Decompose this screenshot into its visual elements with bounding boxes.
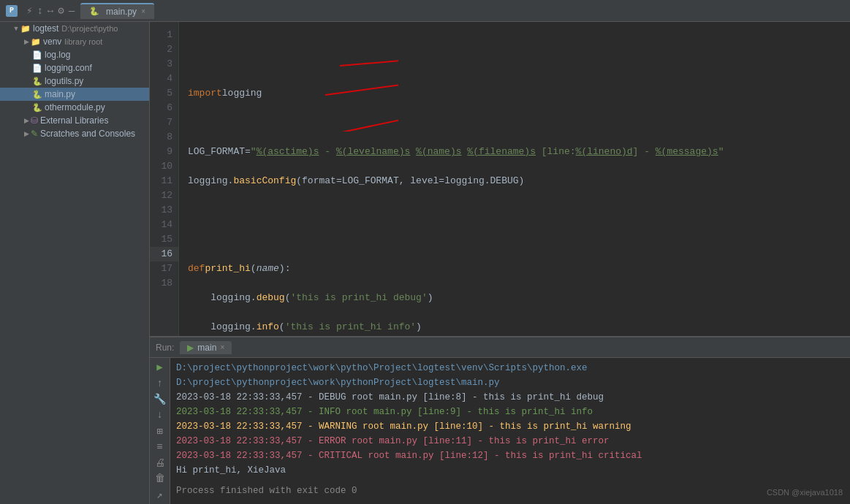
svg-line-1 [325, 22, 398, 95]
bottom-panel: Run: ▶ main × ▶ ↑ 🔧 ↓ ⊞ ≡ 🖨 🗑 ↗ [150, 336, 850, 504]
toolbar-split-icon[interactable]: ↔ [48, 5, 53, 17]
run-tab-icon: ▶ [187, 343, 194, 353]
run-path-line: D:\project\pythonproject\work\pytho\Proj… [176, 361, 850, 390]
line-numbers: 1 2 3 4 5 6 7 8 9 10 11 12 13 14 15 16 1… [150, 22, 179, 336]
sidebar-item-project-root[interactable]: ▼ 📁 logtest D:\project\pytho [0, 22, 149, 35]
svg-line-0 [340, 22, 398, 66]
log-process-line: Process finished with exit code 0 [176, 484, 850, 498]
editor-tab-main[interactable]: 🐍 main.py × [80, 3, 154, 19]
run-wrench-button[interactable]: 🔧 [152, 393, 168, 406]
title-bar: P ⚡ ↕ ↔ ⚙ — 🐍 main.py × [0, 0, 850, 22]
sidebar-item-logutils[interactable]: 🐍 logutils.py [0, 75, 149, 88]
sidebar-item-venv[interactable]: ▶ 📁 venv library root [0, 35, 149, 48]
othermodule-label: othermodule.py [45, 102, 105, 112]
tab-label: main.py [106, 7, 137, 17]
project-root-arrow: ▼ [12, 24, 20, 33]
venv-folder-icon: 📁 [31, 37, 41, 47]
code-content[interactable]: import logging LOG_FORMAT = "%(asctime)s… [179, 22, 850, 336]
run-equalizer-button[interactable]: ≡ [152, 440, 168, 454]
run-output: D:\project\pythonproject\work\pytho\Proj… [170, 358, 850, 504]
run-down-button[interactable]: ↓ [152, 408, 168, 421]
sidebar: ▼ 📁 logtest D:\project\pytho ▶ 📁 venv li… [0, 22, 150, 504]
project-folder-icon: 📁 [20, 23, 31, 34]
run-tab-close[interactable]: × [220, 343, 224, 351]
sidebar-item-logging-conf[interactable]: 📄 logging.conf [0, 61, 149, 75]
sidebar-item-scratches[interactable]: ▶ ✎ Scratches and Consoles [0, 127, 149, 140]
sidebar-item-othermodule[interactable]: 🐍 othermodule.py [0, 101, 149, 114]
log-spacer [176, 478, 850, 484]
run-tab-bar: Run: ▶ main × [150, 337, 850, 358]
logutils-label: logutils.py [45, 76, 83, 86]
watermark: CSDN @xiejava1018 [767, 485, 843, 500]
othermodule-icon: 🐍 [32, 102, 42, 112]
scratches-icon: ✎ [31, 129, 38, 139]
code-line-5 [188, 203, 850, 218]
log-log-label: log.log [45, 50, 70, 60]
code-line-4: logging.basicConfig(format=LOG_FORMAT, l… [188, 174, 850, 188]
run-label: Run: [156, 343, 174, 353]
app-icon: P [6, 5, 18, 17]
code-line-8: logging.debug('this is print_hi debug') [188, 291, 850, 305]
run-expand-button[interactable]: ↗ [152, 488, 168, 501]
sidebar-item-log-log[interactable]: 📄 log.log [0, 48, 149, 61]
scratches-arrow: ▶ [22, 129, 31, 138]
venv-arrow: ▶ [22, 37, 31, 46]
main-py-icon: 🐍 [32, 89, 42, 99]
toolbar-settings-icon[interactable]: ⚙ [58, 4, 64, 17]
run-tab-main[interactable]: ▶ main × [180, 341, 232, 354]
sidebar-item-external-libs[interactable]: ▶ ⛁ External Libraries [0, 114, 149, 127]
sidebar-item-main-py[interactable]: 🐍 main.py [0, 88, 149, 101]
project-root-label: logtest [33, 23, 58, 34]
run-layout-button[interactable]: ⊞ [152, 424, 168, 438]
code-line-7: def print_hi(name): [188, 261, 850, 276]
code-line-1: import logging [188, 86, 850, 101]
project-path-label: D:\project\pytho [61, 24, 118, 33]
run-trash-button[interactable]: 🗑 [152, 472, 168, 485]
log-line-error: 2023-03-18 22:33:33,457 - ERROR root mai… [176, 434, 850, 448]
toolbar-minimize-icon[interactable]: — [69, 5, 75, 17]
code-line-6 [188, 232, 850, 247]
tab-py-icon: 🐍 [89, 7, 99, 17]
run-main: ▶ ↑ 🔧 ↓ ⊞ ≡ 🖨 🗑 ↗ D:\project\pythonproje… [150, 358, 850, 504]
log-line-warning: 2023-03-18 22:33:33,457 - WARNING root m… [176, 419, 850, 434]
run-toolbar: ▶ ↑ 🔧 ↓ ⊞ ≡ 🖨 🗑 ↗ [150, 358, 170, 504]
run-play-button[interactable]: ▶ [152, 361, 168, 374]
toolbar-run-icon[interactable]: ⚡ [26, 4, 32, 17]
code-editor[interactable]: 1 2 3 4 5 6 7 8 9 10 11 12 13 14 15 16 1… [150, 22, 850, 336]
venv-suffix: library root [64, 37, 102, 46]
run-up-button[interactable]: ↑ [152, 377, 168, 390]
run-print-button[interactable]: 🖨 [152, 457, 168, 470]
code-line-3: LOG_FORMAT = "%(asctime)s - %(levelname)… [188, 145, 850, 159]
code-line-2 [188, 115, 850, 130]
external-libs-label: External Libraries [40, 115, 108, 126]
code-line-9: logging.info('this is print_hi info') [188, 320, 850, 335]
logutils-py-icon: 🐍 [32, 76, 42, 86]
external-libs-icon: ⛁ [31, 115, 38, 126]
log-line-critical: 2023-03-18 22:33:33,457 - CRITICAL root … [176, 448, 850, 463]
editor-area: 1 2 3 4 5 6 7 8 9 10 11 12 13 14 15 16 1… [150, 22, 850, 504]
log-log-icon: 📄 [32, 50, 42, 60]
tab-close-button[interactable]: × [141, 7, 145, 15]
log-line-debug: 2023-03-18 22:33:33,457 - DEBUG root mai… [176, 390, 850, 405]
logging-conf-label: logging.conf [45, 63, 92, 73]
external-libs-arrow: ▶ [22, 116, 31, 125]
scratches-label: Scratches and Consoles [40, 129, 135, 139]
main-py-label: main.py [45, 89, 75, 99]
toolbar-icons: ⚡ ↕ ↔ ⚙ — [26, 4, 75, 17]
run-tab-label: main [197, 343, 216, 353]
log-line-info: 2023-03-18 22:33:33,457 - INFO root main… [176, 405, 850, 419]
toolbar-up-icon[interactable]: ↕ [37, 5, 42, 17]
log-line-output: Hi print_hi, XieJava [176, 463, 850, 478]
logging-conf-icon: 📄 [32, 63, 42, 73]
main-layout: ▼ 📁 logtest D:\project\pytho ▶ 📁 venv li… [0, 22, 850, 504]
venv-label: venv [43, 37, 61, 47]
